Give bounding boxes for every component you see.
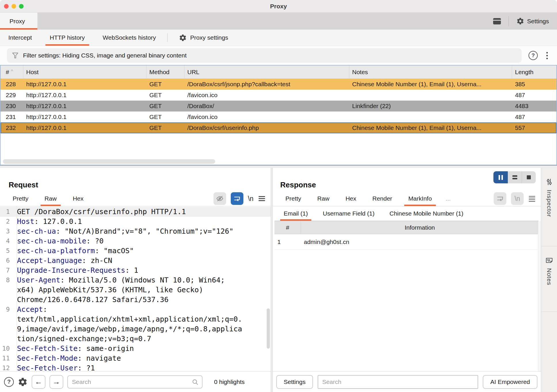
history-row[interactable]: 231http://127.0.0.1GET/favicon.ico487: [1, 112, 556, 122]
header-name: sec-ch-ua: [17, 227, 56, 235]
request-line: 3sec-ch-ua: "Not/A)Brand";v="8", "Chromi…: [0, 226, 271, 236]
wrap-lines-button[interactable]: [494, 192, 506, 205]
line-number: 6: [0, 256, 13, 266]
response-tab-markinfo[interactable]: MarkInfo: [404, 191, 436, 206]
ai-empowered-button[interactable]: AI Empowered: [483, 375, 537, 389]
pause-button[interactable]: [493, 171, 508, 183]
bars-icon: [512, 175, 517, 179]
request-tab-hex[interactable]: Hex: [69, 191, 87, 206]
inspector-icon: [545, 178, 553, 186]
response-tab-overflow[interactable]: ...: [442, 191, 455, 206]
line-code: Upgrade-Insecure-Requests: 1: [13, 266, 138, 275]
filter-settings-bar[interactable]: Filter settings: Hiding CSS, image and g…: [7, 48, 522, 63]
request-editor-tabs: Pretty Raw Hex \n: [0, 191, 271, 206]
divider: [508, 16, 509, 26]
horizontal-splitter[interactable]: [0, 165, 557, 168]
http-history-table: # ^ Host Method URL Notes Length 228http…: [0, 65, 557, 165]
funnel-icon: [12, 52, 19, 59]
history-row[interactable]: 230http://127.0.0.1GET/DoraBox/Linkfinde…: [1, 101, 556, 112]
tab-websockets-history[interactable]: WebSockets history: [98, 30, 160, 46]
line-code: Accept: text/html,application/xhtml+xml,…: [13, 305, 245, 344]
column-header-method[interactable]: Method: [146, 66, 184, 78]
markinfo-cell-info: admin@gh0st.cn: [301, 239, 539, 245]
header-name: Sec-Fetch-Site: [17, 344, 78, 353]
markinfo-column-num[interactable]: #: [274, 221, 301, 234]
line-number: 5: [0, 246, 13, 256]
minimize-window-button[interactable]: [12, 4, 16, 9]
tab-proxy[interactable]: Proxy: [0, 13, 37, 30]
show-newlines-button[interactable]: \n: [248, 195, 253, 203]
settings-button[interactable]: Settings: [516, 17, 549, 25]
tab-websockets-history-label: WebSockets history: [103, 34, 156, 41]
tab-http-history[interactable]: HTTP history: [45, 30, 89, 46]
cell-length: 487: [512, 92, 556, 99]
request-line: 8User-Agent: Mozilla/5.0 (Windows NT 10.…: [0, 275, 271, 305]
markinfo-tab-mobile[interactable]: Chinese Mobile Number (1): [386, 206, 467, 221]
request-tab-raw[interactable]: Raw: [41, 191, 61, 206]
markinfo-column-information[interactable]: Information: [301, 221, 539, 234]
hide-nonprintable-button[interactable]: [213, 192, 226, 205]
queue-button[interactable]: [508, 171, 522, 183]
column-header-length[interactable]: Length: [512, 66, 556, 78]
cell-num: 230: [1, 103, 23, 109]
editor-menu-icon[interactable]: [528, 195, 536, 202]
column-header-notes[interactable]: Notes: [349, 66, 512, 78]
markinfo-tab-username[interactable]: Username Field (1): [319, 206, 378, 221]
markinfo-tab-email[interactable]: Email (1): [280, 206, 311, 221]
column-header-url[interactable]: URL: [184, 66, 349, 78]
line-number: 9: [0, 305, 13, 344]
column-header-host[interactable]: Host: [23, 66, 146, 78]
history-row[interactable]: 228http://127.0.0.1GET/DoraBox/csrf/json…: [1, 79, 556, 90]
response-tab-render[interactable]: Render: [368, 191, 396, 206]
markinfo-rows: 1admin@gh0st.cn: [274, 234, 539, 250]
cell-method: GET: [146, 92, 184, 99]
vertical-splitter[interactable]: [271, 168, 273, 392]
search-next-button[interactable]: →: [49, 375, 63, 389]
markinfo-row[interactable]: 1admin@gh0st.cn: [274, 234, 539, 250]
wrap-lines-button[interactable]: [231, 192, 243, 205]
horizontal-scrollbar-thumb[interactable]: [3, 159, 215, 164]
line-number: 11: [0, 353, 13, 363]
response-tab-pretty[interactable]: Pretty: [281, 191, 305, 206]
history-row[interactable]: 232http://127.0.0.1GET/DoraBox/csrf/user…: [1, 122, 556, 133]
notes-tab[interactable]: Notes: [541, 246, 557, 312]
request-vertical-scrollbar-thumb[interactable]: [267, 308, 270, 349]
response-search-box: [318, 375, 478, 389]
right-rail: Inspector Notes: [541, 168, 557, 392]
zoom-window-button[interactable]: [19, 4, 24, 9]
inspector-label: Inspector: [546, 190, 553, 217]
column-header-num[interactable]: # ^: [1, 66, 23, 78]
gear-icon[interactable]: [18, 377, 28, 387]
tab-proxy-settings[interactable]: Proxy settings: [175, 30, 232, 46]
close-window-button[interactable]: [4, 4, 9, 9]
window-layout-icon[interactable]: [493, 18, 501, 24]
response-tab-hex[interactable]: Hex: [342, 191, 360, 206]
search-prev-button[interactable]: ←: [32, 375, 45, 389]
wrap-lines-icon: [233, 195, 241, 202]
titlebar: Proxy: [0, 0, 557, 13]
gear-icon: [179, 34, 187, 42]
kebab-menu-icon[interactable]: [545, 51, 550, 60]
request-editor[interactable]: 1GET /DoraBox/csrf/userinfo.php HTTP/1.1…: [0, 206, 271, 371]
response-search-input[interactable]: [318, 378, 478, 385]
inspector-tab[interactable]: Inspector: [541, 168, 557, 246]
tab-http-history-label: HTTP history: [50, 34, 85, 41]
request-line: 9Accept: text/html,application/xhtml+xml…: [0, 305, 271, 344]
tab-intercept[interactable]: Intercept: [4, 30, 36, 46]
show-newlines-button[interactable]: \n: [511, 192, 524, 205]
request-line: 4sec-ch-ua-mobile: ?0: [0, 236, 271, 246]
response-tab-raw[interactable]: Raw: [313, 191, 333, 206]
markinfo-settings-button[interactable]: Settings: [276, 375, 313, 389]
request-line: 5sec-ch-ua-platform: "macOS": [0, 246, 271, 256]
header-name: User-Agent: [17, 276, 60, 284]
cell-url: /DoraBox/: [184, 103, 349, 109]
response-scrollbar-track[interactable]: [538, 221, 541, 371]
request-search-input[interactable]: [68, 378, 202, 385]
stop-button[interactable]: [522, 171, 536, 183]
tab-proxy-label: Proxy: [9, 18, 25, 25]
history-row[interactable]: 229http://127.0.0.1GET/favicon.ico487: [1, 90, 556, 101]
editor-menu-icon[interactable]: [258, 195, 266, 202]
request-tab-pretty[interactable]: Pretty: [9, 191, 33, 206]
help-icon[interactable]: ?: [529, 51, 538, 60]
help-icon[interactable]: ?: [4, 377, 14, 387]
